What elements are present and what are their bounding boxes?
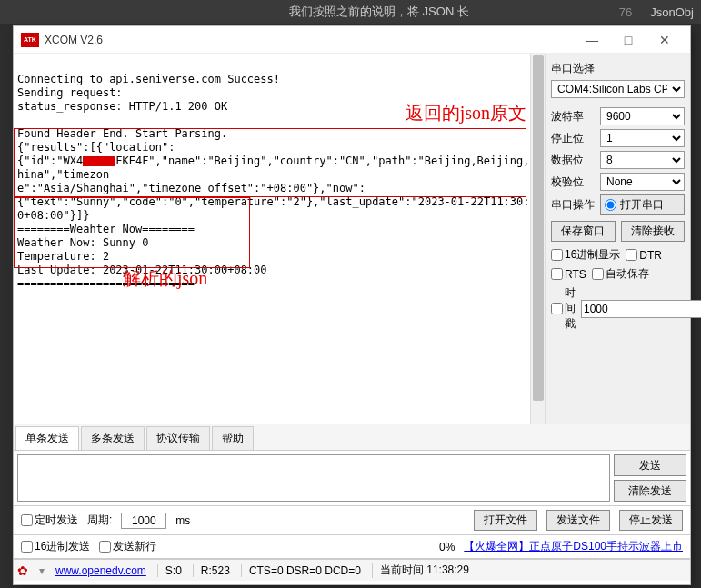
topbar-filename: JsonObj: [650, 5, 694, 19]
hex-send-checkbox[interactable]: 16进制发送: [21, 539, 90, 554]
save-window-button[interactable]: 保存窗口: [551, 221, 616, 242]
send-file-button[interactable]: 发送文件: [546, 510, 610, 531]
send-textarea[interactable]: [17, 454, 610, 502]
timestamp-checkbox[interactable]: 时间戳: [551, 285, 576, 332]
tab-single-send[interactable]: 单条发送: [15, 426, 79, 450]
gear-icon[interactable]: ✿: [17, 563, 28, 578]
window-title: XCOM V2.6: [45, 34, 103, 46]
stopbit-select[interactable]: 1: [600, 129, 685, 147]
ide-topbar: 我们按照之前的说明，将 JSON 长 76 JsonObj: [0, 0, 701, 24]
app-logo: ATK: [21, 33, 39, 47]
status-cts: CTS=0 DSR=0 DCD=0: [241, 564, 361, 577]
status-time: 当前时间 11:38:29: [372, 563, 469, 578]
dtr-checkbox[interactable]: DTR: [626, 249, 662, 262]
receive-terminal[interactable]: Connecting to api.seniverse.com Success!…: [14, 54, 545, 424]
send-newline-checkbox[interactable]: 发送新行: [99, 539, 156, 554]
timestamp-interval-input[interactable]: [581, 300, 701, 318]
clear-receive-button[interactable]: 清除接收: [621, 221, 686, 242]
tab-help[interactable]: 帮助: [212, 426, 254, 450]
baud-select[interactable]: 9600: [600, 107, 685, 125]
statusbar: ✿ ▾ www.openedv.com S:0 R:523 CTS=0 DSR=…: [14, 559, 690, 581]
website-link[interactable]: www.openedv.com: [55, 564, 146, 577]
period-input[interactable]: [121, 513, 166, 529]
stop-send-button[interactable]: 停止发送: [619, 510, 683, 531]
minimize-button[interactable]: —: [574, 27, 610, 53]
parity-select[interactable]: None: [600, 173, 685, 191]
promo-link[interactable]: 【火爆全网】正点原子DS100手持示波器上市: [464, 539, 683, 554]
serial-settings-panel: 串口选择 COM4:Silicon Labs CP2 波特率9600 停止位1 …: [545, 54, 690, 424]
clear-send-button[interactable]: 清除发送: [614, 480, 686, 502]
port-select[interactable]: COM4:Silicon Labs CP2: [551, 80, 685, 98]
terminal-scrollbar[interactable]: [530, 54, 545, 424]
maximize-button[interactable]: □: [610, 27, 646, 53]
status-sent: S:0: [157, 564, 182, 577]
status-received: R:523: [193, 564, 230, 577]
topbar-linenum: 76: [619, 5, 632, 19]
timed-send-checkbox[interactable]: 定时发送: [21, 513, 78, 528]
send-button[interactable]: 发送: [614, 454, 686, 476]
autosave-checkbox[interactable]: 自动保存: [592, 266, 649, 282]
titlebar: ATK XCOM V2.6 — □ ✕: [14, 26, 690, 54]
send-tabs: 单条发送 多条发送 协议传输 帮助: [14, 424, 690, 451]
progress-pct: 0%: [439, 541, 455, 553]
topbar-text: 我们按照之前的说明，将 JSON 长: [289, 4, 469, 20]
databit-select[interactable]: 8: [600, 151, 685, 169]
xcom-window: ATK XCOM V2.6 — □ ✕ Connecting to api.se…: [13, 25, 691, 585]
hex-display-checkbox[interactable]: 16进制显示: [551, 247, 620, 263]
rts-checkbox[interactable]: RTS: [551, 268, 586, 281]
open-serial-button[interactable]: 打开串口: [600, 194, 685, 215]
close-button[interactable]: ✕: [646, 27, 683, 53]
tab-multi-send[interactable]: 多条发送: [81, 426, 145, 450]
tab-protocol[interactable]: 协议传输: [146, 426, 210, 450]
annotation-json-raw: 返回的json原文: [406, 106, 526, 120]
open-file-button[interactable]: 打开文件: [474, 510, 537, 531]
redaction-block: [83, 156, 115, 166]
serial-select-label: 串口选择: [551, 61, 685, 76]
annotation-json-parsed: 解析的json: [123, 272, 207, 285]
